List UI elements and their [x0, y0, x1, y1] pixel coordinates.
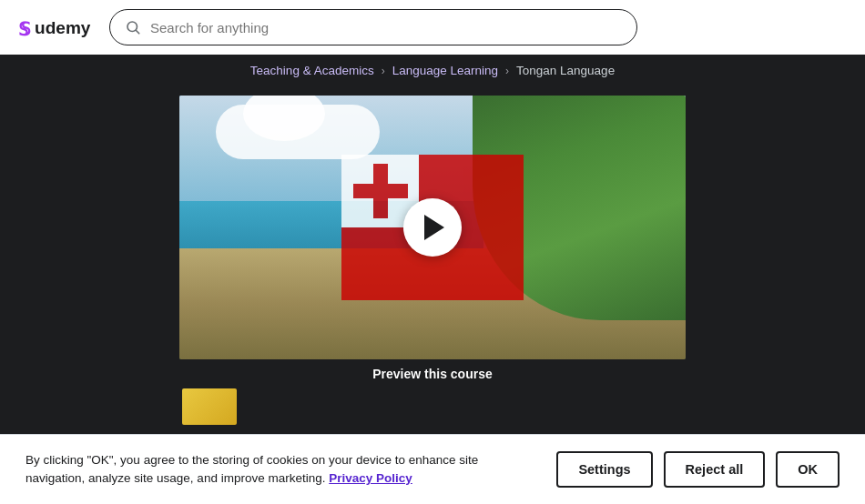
svg-text:udemy: udemy [35, 18, 91, 37]
video-container[interactable] [179, 96, 686, 359]
play-button[interactable] [403, 198, 462, 257]
cookie-text: By clicking "OK", you agree to the stori… [25, 451, 534, 489]
bottom-strip [0, 381, 865, 427]
svg-line-2 [136, 30, 138, 33]
privacy-policy-link[interactable]: Privacy Policy [329, 471, 412, 485]
cookie-banner: By clicking "OK", you agree to the stori… [0, 434, 865, 505]
preview-label: Preview this course [372, 367, 493, 381]
course-thumbnail-small [182, 388, 237, 425]
breadcrumb-sep-2: › [505, 65, 509, 77]
breadcrumb-sep-1: › [382, 65, 385, 77]
play-icon [424, 215, 444, 240]
search-bar[interactable] [109, 9, 637, 45]
breadcrumb-language[interactable]: Language Learning [392, 64, 498, 77]
breadcrumb-teaching[interactable]: Teaching & Academics [250, 64, 374, 77]
udemy-logo-svg: udemy [35, 15, 91, 40]
ok-button[interactable]: OK [776, 451, 840, 488]
settings-button[interactable]: Settings [556, 451, 652, 488]
search-input[interactable] [150, 20, 622, 35]
main-content: Preview this course [0, 86, 865, 381]
header: 𝕤 udemy [0, 0, 865, 55]
logo[interactable]: 𝕤 udemy [18, 15, 91, 40]
cloud-1 [216, 105, 380, 159]
cookie-buttons: Settings Reject all OK [556, 451, 840, 488]
reject-all-button[interactable]: Reject all [664, 451, 766, 488]
breadcrumb: Teaching & Academics › Language Learning… [250, 64, 615, 77]
logo-icon: 𝕤 [18, 15, 31, 39]
breadcrumb-current: Tongan Language [516, 64, 615, 77]
flag-cross-vertical [373, 164, 388, 218]
breadcrumb-bar: Teaching & Academics › Language Learning… [0, 55, 865, 86]
search-icon [125, 19, 141, 35]
